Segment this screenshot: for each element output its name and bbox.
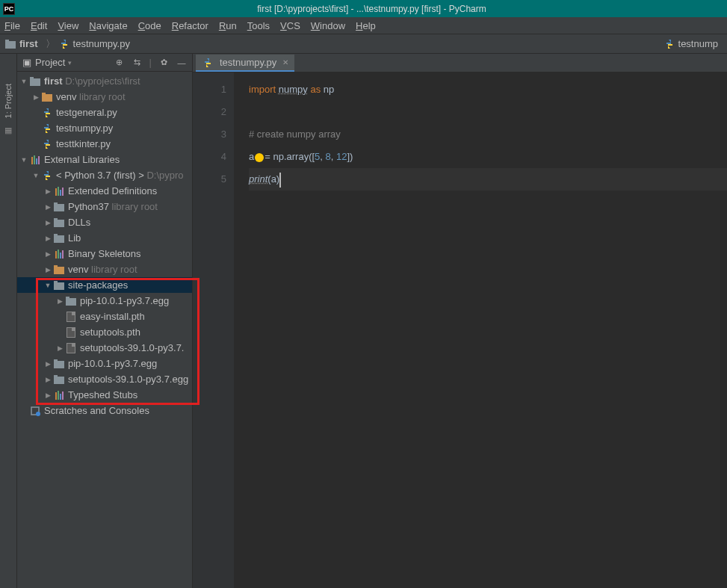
tree-suffix: library root xyxy=(88,264,137,275)
project-tree[interactable]: ▼first D:\pyprojects\first▶venv library … xyxy=(17,72,192,588)
svg-rect-5 xyxy=(42,94,52,102)
lib-icon xyxy=(53,389,65,401)
textfile-icon xyxy=(65,342,77,354)
folder-icon xyxy=(53,279,65,291)
project-icon: ▣ xyxy=(22,58,32,68)
tree-arrow-icon[interactable]: ▶ xyxy=(56,297,64,305)
tree-arrow-icon[interactable]: ▶ xyxy=(44,376,52,383)
menu-help[interactable]: Help xyxy=(356,20,376,31)
tree-arrow-icon[interactable]: ▶ xyxy=(44,250,52,258)
gear-icon[interactable]: ✿ xyxy=(158,57,170,69)
tree-row[interactable]: testgeneral.py xyxy=(17,105,192,120)
menu-code[interactable]: Code xyxy=(138,20,161,31)
close-icon[interactable]: ✕ xyxy=(282,58,288,66)
tree-row[interactable]: ▼< Python 3.7 (first) > D:\pypro xyxy=(17,167,192,183)
tree-label: setuptools.pth xyxy=(80,327,140,338)
python-icon xyxy=(41,138,53,150)
lib-icon xyxy=(29,154,41,166)
line-gutter: 1 2 3 4 5 xyxy=(193,72,234,588)
tree-arrow-icon[interactable]: ▶ xyxy=(44,266,52,273)
tree-row[interactable]: setuptools.pth xyxy=(17,324,192,340)
menu-edit[interactable]: Edit xyxy=(31,20,47,31)
svg-rect-13 xyxy=(54,267,64,274)
menu-view[interactable]: View xyxy=(58,20,78,31)
python-icon xyxy=(41,107,53,119)
menu-tools[interactable]: Tools xyxy=(247,20,270,31)
tree-label: pip-10.0.1-py3.7.egg xyxy=(68,358,157,369)
intention-bulb-icon[interactable] xyxy=(255,153,264,162)
tree-row[interactable]: Scratches and Consoles xyxy=(17,403,192,418)
textfile-icon xyxy=(65,327,77,338)
code-editor[interactable]: import numpy as np # create numpy array … xyxy=(234,72,727,588)
svg-rect-9 xyxy=(54,220,64,227)
tree-row[interactable]: ▶Python37 library root xyxy=(17,199,192,214)
menu-navigate[interactable]: Navigate xyxy=(89,20,127,31)
tree-row[interactable]: ▶Extended Definitions xyxy=(17,183,192,199)
tree-row[interactable]: ▶Binary Skeletons xyxy=(17,246,192,261)
tree-row[interactable]: easy-install.pth xyxy=(17,309,192,324)
window-title: first [D:\pyprojects\first] - ...\testnu… xyxy=(19,4,724,14)
python-icon xyxy=(41,123,53,134)
tree-row[interactable]: ▼External Libraries xyxy=(17,152,192,167)
tree-row[interactable]: testtkinter.py xyxy=(17,136,192,152)
tree-row[interactable]: ▶setuptools-39.1.0-py3.7.egg xyxy=(17,371,192,387)
tree-row[interactable]: ▶venv library root xyxy=(17,89,192,105)
collapse-icon[interactable]: ⇆ xyxy=(132,57,143,69)
right-tab[interactable]: testnump xyxy=(659,37,723,52)
folder-icon xyxy=(53,217,65,229)
divider: | xyxy=(149,57,152,68)
tree-arrow-icon[interactable]: ▶ xyxy=(32,93,40,101)
tree-arrow-icon[interactable]: ▶ xyxy=(44,392,52,399)
tree-label: pip-10.0.1-py3.7.egg xyxy=(80,295,169,306)
menu-refactor[interactable]: Refactor xyxy=(172,20,208,31)
menu-vcs[interactable]: VCS xyxy=(280,20,300,31)
editor-tabs: testnumpy.py ✕ xyxy=(193,54,727,72)
editor-area: testnumpy.py ✕ 1 2 3 4 5 import numpy as… xyxy=(193,54,727,588)
tree-row[interactable]: ▶setuptools-39.1.0-py3.7. xyxy=(17,340,192,356)
breadcrumb-root[interactable]: first xyxy=(4,38,38,50)
tab-label: testnumpy.py xyxy=(220,57,276,68)
tree-arrow-icon[interactable]: ▶ xyxy=(44,188,52,195)
tree-row[interactable]: ▶Typeshed Stubs xyxy=(17,387,192,403)
folder-icon xyxy=(53,374,65,386)
tree-row[interactable]: ▶venv library root xyxy=(17,261,192,277)
target-icon[interactable]: ⊕ xyxy=(114,57,126,69)
menu-run[interactable]: Run xyxy=(219,20,237,31)
tree-arrow-icon[interactable]: ▶ xyxy=(44,360,52,368)
tree-row[interactable]: testnumpy.py xyxy=(17,120,192,136)
tree-arrow-icon[interactable]: ▼ xyxy=(44,282,52,289)
tree-row[interactable]: ▼first D:\pyprojects\first xyxy=(17,73,192,89)
svg-rect-1 xyxy=(5,41,16,49)
breadcrumb-file-label: testnumpy.py xyxy=(73,38,130,49)
tree-label: venv xyxy=(56,91,76,102)
project-panel: ▣ Project ▾ ⊕ ⇆ | ✿ — ▼first D:\pyprojec… xyxy=(17,54,193,588)
project-panel-title: Project xyxy=(35,57,65,68)
menu-file[interactable]: File xyxy=(4,20,20,31)
tree-arrow-icon[interactable]: ▼ xyxy=(20,156,28,164)
tree-row[interactable]: ▶DLLs xyxy=(17,214,192,230)
tree-row[interactable]: ▶Lib xyxy=(17,230,192,246)
breadcrumb-root-label: first xyxy=(19,38,38,49)
scratch-icon xyxy=(29,405,41,417)
tree-arrow-icon[interactable]: ▶ xyxy=(44,219,52,226)
folder-orange-icon xyxy=(53,264,65,276)
hide-icon[interactable]: — xyxy=(176,57,188,69)
title-bar: PC first [D:\pyprojects\first] - ...\tes… xyxy=(0,0,727,17)
tree-arrow-icon[interactable]: ▶ xyxy=(56,344,64,352)
app-icon: PC xyxy=(3,3,15,15)
tree-row[interactable]: ▶pip-10.0.1-py3.7.egg xyxy=(17,293,192,309)
tree-row[interactable]: ▼site-packages xyxy=(17,277,192,293)
tree-suffix: D:\pyprojects\first xyxy=(63,75,140,87)
tool-project-button[interactable]: 1: Project xyxy=(4,84,13,118)
chevron-down-icon[interactable]: ▾ xyxy=(68,59,72,66)
menu-window[interactable]: Window xyxy=(311,20,345,31)
tree-row[interactable]: ▶pip-10.0.1-py3.7.egg xyxy=(17,356,192,371)
breadcrumb-file[interactable]: testnumpy.py xyxy=(58,38,130,50)
tab-testnumpy[interactable]: testnumpy.py ✕ xyxy=(196,55,294,72)
tree-arrow-icon[interactable]: ▼ xyxy=(20,78,28,85)
folder-icon xyxy=(53,201,65,213)
structure-icon[interactable]: ▦ xyxy=(4,126,12,135)
tree-arrow-icon[interactable]: ▼ xyxy=(32,172,40,179)
tree-arrow-icon[interactable]: ▶ xyxy=(44,235,52,242)
tree-arrow-icon[interactable]: ▶ xyxy=(44,203,52,211)
